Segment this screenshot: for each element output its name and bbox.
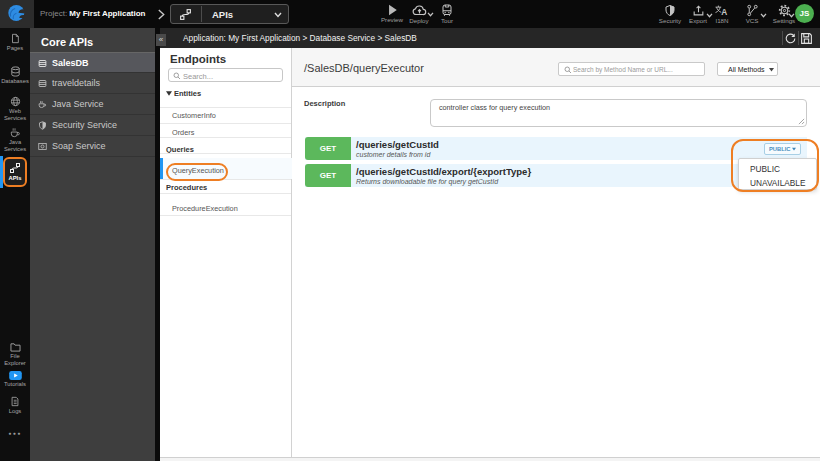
- svg-text:A: A: [721, 7, 727, 17]
